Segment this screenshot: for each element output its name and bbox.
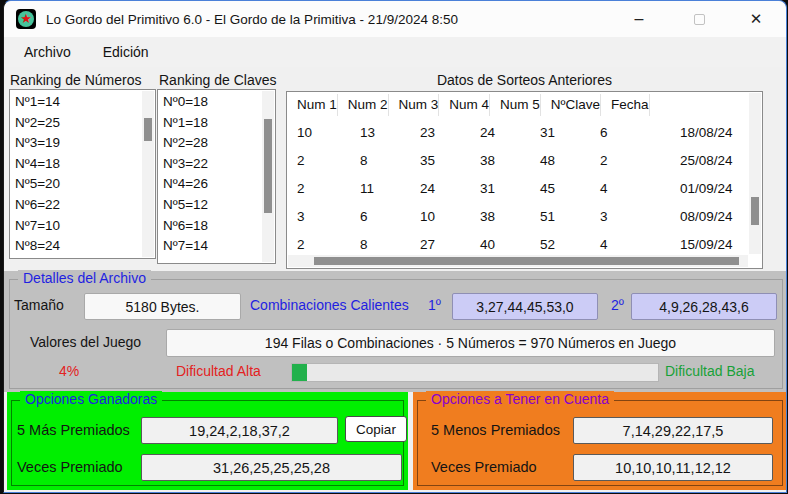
cell-num1: 2 [287,237,350,252]
first-combo-value: 3,27,44,45,53,0 [452,293,598,320]
table-row[interactable]: 10 13 23 24 31 6 18/08/24 [287,118,762,146]
cell-fecha: 08/09/24 [670,209,750,224]
numeros-scrollbar[interactable] [142,91,154,257]
list-item[interactable]: Nº3=22 [163,154,275,175]
cell-num3: 24 [410,181,470,196]
tamano-value: 5180 Bytes. [84,293,241,320]
valores-juego-value: 194 Filas o Combinaciones · 5 Números = … [166,329,775,357]
detalles-section: Detalles del Archivo Tamaño 5180 Bytes. … [4,271,787,392]
ranking-claves-listbox[interactable]: Nº0=18Nº1=18Nº2=28Nº3=22Nº4=26Nº5=12Nº6=… [157,89,276,264]
cell-clave: 4 [590,237,670,252]
cell-num5: 52 [530,237,590,252]
cell-num1: 2 [287,181,350,196]
list-item[interactable]: Nº8=24 [15,236,155,257]
cell-num5: 45 [530,181,590,196]
column-header[interactable]: Num 2 [338,94,389,116]
list-item[interactable]: Nº5=20 [15,174,155,195]
column-header[interactable]: Num 3 [389,94,440,116]
cell-num4: 40 [470,237,530,252]
detalles-title: Detalles del Archivo [18,270,151,286]
cell-fecha: 15/09/24 [670,237,750,252]
column-header[interactable]: Fecha [601,94,650,116]
cell-num5: 31 [530,125,590,140]
list-item[interactable]: Nº7=14 [163,236,275,257]
tamano-label: Tamaño [14,297,64,313]
table-hscroll-thumb[interactable] [314,257,739,265]
cell-fecha: 25/08/24 [670,153,750,168]
second-combo-label: 2º [611,297,624,313]
table-row[interactable]: 3 6 10 38 51 3 08/09/24 [287,202,762,230]
sorteos-table-body: 10 13 23 24 31 6 18/08/24 2 8 35 38 4 [287,118,762,258]
table-vscroll-thumb[interactable] [751,197,759,225]
combinaciones-calientes-label: Combinaciones Calientes [250,297,409,313]
cell-num2: 8 [350,153,410,168]
column-header[interactable]: Num 5 [490,94,541,116]
ranking-numeros-listbox[interactable]: Nº1=14Nº2=25Nº3=19Nº4=18Nº5=20Nº6=22Nº7=… [9,89,156,259]
cell-num3: 10 [410,209,470,224]
claves-scrollbar[interactable] [262,91,274,262]
list-item[interactable]: Nº5=12 [163,195,275,216]
menu-item[interactable]: Edición [91,40,161,64]
ganadoras-title: Opciones Ganadoras [20,391,162,407]
maximize-button [677,2,721,36]
menu-item[interactable]: Archivo [12,40,83,64]
table-horizontal-scrollbar[interactable] [288,255,748,267]
column-header[interactable]: NºClave [541,94,601,116]
veces-premiado-label2: Veces Premiado [431,459,537,475]
second-combo-value: 4,9,26,28,43,6 [631,293,777,320]
cell-num3: 23 [410,125,470,140]
title-bar: ★ Lo Gordo del Primitivo 6.0 - El Gordo … [4,1,786,37]
cell-clave: 2 [590,153,670,168]
cell-num5: 51 [530,209,590,224]
valores-juego-label: Valores del Juego [30,334,141,350]
ranking-numeros-label: Ranking de Números [10,72,142,88]
table-row[interactable]: 2 8 35 38 48 2 25/08/24 [287,146,762,174]
list-item[interactable]: Nº6=18 [163,216,275,237]
list-item[interactable]: Nº7=10 [15,216,155,237]
maximize-icon [694,14,705,25]
list-item[interactable]: Nº0=18 [163,92,275,113]
table-vertical-scrollbar[interactable] [749,93,761,254]
minimize-button[interactable]: – [617,2,661,36]
list-item[interactable]: Nº1=14 [15,92,155,113]
opciones-ganadoras-panel: Opciones Ganadoras 5 Más Premiados 19,24… [7,392,408,490]
claves-scrollbar-thumb[interactable] [264,119,272,213]
list-item[interactable]: Nº4=26 [163,174,275,195]
copiar-button[interactable]: Copiar [345,416,407,442]
cell-fecha: 01/09/24 [670,181,750,196]
list-item[interactable]: Nº6=22 [15,195,155,216]
difficulty-percent: 4% [49,363,89,379]
first-combo-label: 1º [428,297,441,313]
table-row[interactable]: 2 8 27 40 52 4 15/09/24 [287,230,762,258]
screen: ★ Lo Gordo del Primitivo 6.0 - El Gordo … [0,0,788,494]
cell-num3: 35 [410,153,470,168]
veces-premiado-value: 31,26,25,25,25,28 [141,454,402,481]
dificultad-baja-label: Dificultad Baja [665,363,755,379]
veces-premiado-label: Veces Premiado [17,459,123,475]
list-item[interactable]: Nº4=18 [15,154,155,175]
mas-premiados-value: 19,24,2,18,37,2 [141,417,338,444]
window-title: Lo Gordo del Primitivo 6.0 - El Gordo de… [46,12,458,27]
list-item[interactable]: Nº1=18 [163,113,275,134]
menu-bar: ArchivoEdición [4,37,786,67]
numeros-scrollbar-thumb[interactable] [144,118,152,141]
opciones-cuenta-panel: Opciones a Tener en Cuenta 5 Menos Premi… [413,392,787,490]
veces-premiado-value2: 10,10,10,11,12,12 [573,454,773,481]
star-icon-circle: ★ [18,11,34,27]
list-item[interactable]: Nº2=25 [15,113,155,134]
dificultad-alta-label: Dificultad Alta [176,363,261,379]
table-row[interactable]: 2 11 24 31 45 4 01/09/24 [287,174,762,202]
column-header[interactable]: Num 4 [439,94,490,116]
mas-premiados-label: 5 Más Premiados [17,422,130,438]
column-header[interactable]: Num 1 [287,94,338,116]
close-button[interactable]: ✕ [734,2,778,36]
sorteos-label: Datos de Sorteos Anteriores [286,72,763,88]
list-item[interactable]: Nº3=19 [15,133,155,154]
cell-num1: 10 [287,125,350,140]
list-item[interactable]: Nº2=28 [163,133,275,154]
star-icon: ★ [20,12,32,26]
cell-num4: 24 [470,125,530,140]
ranking-claves-label: Ranking de Claves [159,72,277,88]
sorteos-table[interactable]: Num 1Num 2Num 3Num 4Num 5NºClaveFecha 10… [286,91,763,269]
cell-num1: 2 [287,153,350,168]
